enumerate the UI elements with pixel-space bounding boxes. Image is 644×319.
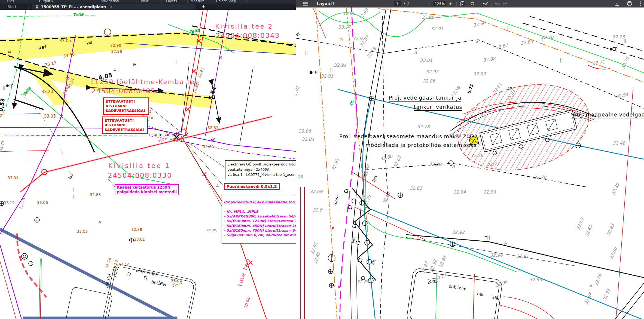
document-title: Layout1 — [317, 0, 335, 7]
rotate-icon — [470, 1, 475, 6]
new-tab-button[interactable]: + — [202, 4, 206, 10]
hamburger-icon — [303, 2, 308, 6]
cable-spec-lines: - Nr: MPL1...MPL5 - 5x(AXPK4G300, Lkaabe… — [224, 209, 296, 238]
warning-callout-2: ETTEVAATUST! RISTUMINE SADEVEETRASSIGA! — [102, 116, 148, 134]
fit-page-icon — [460, 1, 464, 6]
menu-item-layers[interactable]: Layers — [166, 0, 177, 3]
menu-item-measure[interactable]: Measure — [191, 0, 205, 3]
tab-start[interactable]: Start — [8, 4, 16, 10]
menu-item-output--[interactable]: Output ▾ — [39, 0, 53, 3]
cad-app-panel: Kivisilla tee 224504:008:034311250 Jõelä… — [0, 0, 296, 319]
undo-icon — [495, 2, 500, 5]
rotate-button[interactable] — [468, 0, 477, 7]
cad-menubar: FilesOutput ▾NavigationViewLayersMeasure… — [0, 0, 296, 4]
page-separator: / — [402, 0, 406, 7]
redo-icon — [503, 2, 507, 5]
print-button[interactable] — [625, 0, 634, 7]
menu-item-object-snap[interactable]: Object Snap — [216, 0, 236, 3]
page-number-input[interactable]: 1 — [394, 1, 401, 6]
site-plan-drawing-right[interactable] — [296, 0, 644, 319]
pdf-toolbar: Layout1 1 / 1 − 125% + — [296, 0, 644, 7]
fit-page-button[interactable] — [458, 0, 467, 7]
cad-tabbar: Start 1500955_TP_EL..._asendiplaan × + — [0, 4, 296, 10]
ink-squiggle-icon — [483, 2, 488, 6]
cable-spec-callout: Projekteeritud 0,4kV maakaablid torus - … — [222, 194, 296, 244]
tab-active-document[interactable]: 1500955_TP_EL..._asendiplaan × — [32, 4, 196, 10]
tab-title: 1500955_TP_EL..._asendiplaan — [41, 5, 106, 9]
zoom-out-button[interactable]: − — [426, 0, 432, 7]
print-icon — [627, 1, 632, 6]
menu-item-files[interactable]: Files — [7, 0, 14, 3]
connection-info-callout: Elektrilevi OÜ poolt projekteeritud liit… — [225, 160, 296, 179]
drill-pit-callout: Puurimiskaevik 0,8x1,2 — [224, 183, 280, 190]
menu-item-navigation[interactable]: Navigation — [101, 0, 119, 3]
sidebar-menu-button[interactable] — [302, 0, 310, 7]
more-options-button[interactable] — [637, 0, 643, 7]
lock-icon — [35, 5, 39, 9]
redo-button[interactable] — [500, 0, 509, 7]
tab-close-icon[interactable]: × — [110, 5, 113, 9]
site-plan-drawing-left[interactable] — [0, 0, 296, 319]
screen: Kivisilla tee 224504:008:034311250 Jõelä… — [0, 0, 644, 319]
page-total: 1 — [407, 0, 411, 7]
menu-item-view[interactable]: View — [141, 0, 148, 3]
kebab-menu-icon — [640, 1, 641, 6]
zoom-level-input[interactable]: 125% — [433, 1, 446, 6]
cable-protection-callout: Kaabel kaitsetorus 1250N paigaldada kinn… — [115, 184, 179, 195]
draw-annotate-button[interactable] — [481, 0, 490, 7]
zoom-in-button[interactable]: + — [447, 0, 454, 7]
download-icon — [615, 1, 619, 6]
pdf-viewer-panel: Proj. vedelgaasi tankur jatankuri varika… — [296, 0, 644, 319]
warning-callout-1: ETTEVAATUST! RISTUMINE SADEVEETRASSIGA! — [103, 97, 149, 115]
download-button[interactable] — [613, 0, 621, 7]
cable-spec-title: Projekteeritud 0,4kV maakaablid torus — [224, 200, 296, 204]
